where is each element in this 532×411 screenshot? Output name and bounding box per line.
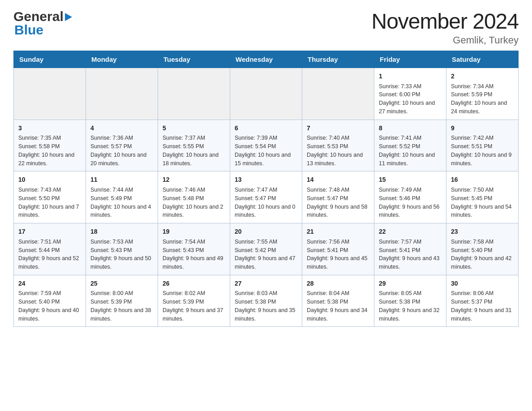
calendar-cell: 17Sunrise: 7:51 AM Sunset: 5:44 PM Dayli… <box>14 223 86 275</box>
day-number: 16 <box>451 175 514 185</box>
header-sunday: Sunday <box>14 51 86 68</box>
calendar-cell: 13Sunrise: 7:47 AM Sunset: 5:47 PM Dayli… <box>230 171 302 223</box>
day-number: 26 <box>163 279 225 289</box>
day-info: Sunrise: 7:51 AM Sunset: 5:44 PM Dayligh… <box>18 238 81 271</box>
day-info: Sunrise: 7:49 AM Sunset: 5:46 PM Dayligh… <box>379 186 442 219</box>
calendar-cell: 12Sunrise: 7:46 AM Sunset: 5:48 PM Dayli… <box>158 171 230 223</box>
days-header-row: SundayMondayTuesdayWednesdayThursdayFrid… <box>14 51 519 68</box>
day-number: 1 <box>379 72 442 81</box>
day-number: 14 <box>307 175 369 185</box>
calendar-cell: 3Sunrise: 7:35 AM Sunset: 5:58 PM Daylig… <box>14 120 86 171</box>
calendar-cell: 5Sunrise: 7:37 AM Sunset: 5:55 PM Daylig… <box>158 120 230 171</box>
calendar-cell: 10Sunrise: 7:43 AM Sunset: 5:50 PM Dayli… <box>14 171 86 223</box>
day-info: Sunrise: 8:06 AM Sunset: 5:37 PM Dayligh… <box>451 289 514 323</box>
day-info: Sunrise: 7:44 AM Sunset: 5:49 PM Dayligh… <box>90 186 153 219</box>
day-info: Sunrise: 7:54 AM Sunset: 5:43 PM Dayligh… <box>163 238 225 271</box>
day-number: 4 <box>90 124 153 133</box>
day-info: Sunrise: 7:42 AM Sunset: 5:51 PM Dayligh… <box>451 134 514 167</box>
day-number: 30 <box>451 279 514 289</box>
day-info: Sunrise: 8:05 AM Sunset: 5:38 PM Dayligh… <box>379 289 442 323</box>
day-number: 5 <box>163 124 225 133</box>
calendar-table: SundayMondayTuesdayWednesdayThursdayFrid… <box>13 51 519 327</box>
day-number: 13 <box>235 175 297 185</box>
day-info: Sunrise: 7:48 AM Sunset: 5:47 PM Dayligh… <box>307 186 369 219</box>
header-thursday: Thursday <box>302 51 374 68</box>
week-row-1: 1Sunrise: 7:33 AM Sunset: 6:00 PM Daylig… <box>14 68 519 120</box>
day-number: 19 <box>163 227 225 237</box>
day-number: 18 <box>90 227 153 237</box>
day-info: Sunrise: 7:50 AM Sunset: 5:45 PM Dayligh… <box>451 186 514 219</box>
day-number: 3 <box>18 124 81 133</box>
day-info: Sunrise: 7:56 AM Sunset: 5:41 PM Dayligh… <box>307 238 369 271</box>
calendar-cell: 9Sunrise: 7:42 AM Sunset: 5:51 PM Daylig… <box>446 120 519 171</box>
page-header: General Blue November 2024 Gemlik, Turke… <box>13 9 519 46</box>
header-monday: Monday <box>86 51 158 68</box>
day-info: Sunrise: 7:33 AM Sunset: 6:00 PM Dayligh… <box>379 82 442 116</box>
day-number: 6 <box>235 124 297 133</box>
day-info: Sunrise: 7:35 AM Sunset: 5:58 PM Dayligh… <box>18 134 81 167</box>
calendar-cell: 8Sunrise: 7:41 AM Sunset: 5:52 PM Daylig… <box>374 120 446 171</box>
day-number: 28 <box>307 279 369 289</box>
day-number: 7 <box>307 124 369 133</box>
day-info: Sunrise: 7:43 AM Sunset: 5:50 PM Dayligh… <box>18 186 81 219</box>
day-info: Sunrise: 7:37 AM Sunset: 5:55 PM Dayligh… <box>163 134 225 167</box>
day-info: Sunrise: 7:36 AM Sunset: 5:57 PM Dayligh… <box>90 134 153 167</box>
calendar-cell: 30Sunrise: 8:06 AM Sunset: 5:37 PM Dayli… <box>446 275 519 327</box>
day-info: Sunrise: 7:34 AM Sunset: 5:59 PM Dayligh… <box>451 82 514 116</box>
logo: General Blue <box>13 9 72 38</box>
logo-blue-text: Blue <box>14 22 43 38</box>
day-number: 24 <box>18 279 81 289</box>
header-wednesday: Wednesday <box>230 51 302 68</box>
location-title: Gemlik, Turkey <box>371 34 519 46</box>
day-number: 29 <box>379 279 442 289</box>
calendar-cell: 27Sunrise: 8:03 AM Sunset: 5:38 PM Dayli… <box>230 275 302 327</box>
day-number: 15 <box>379 175 442 185</box>
calendar-cell: 6Sunrise: 7:39 AM Sunset: 5:54 PM Daylig… <box>230 120 302 171</box>
calendar-cell: 14Sunrise: 7:48 AM Sunset: 5:47 PM Dayli… <box>302 171 374 223</box>
day-info: Sunrise: 8:00 AM Sunset: 5:39 PM Dayligh… <box>90 289 153 323</box>
calendar-cell: 4Sunrise: 7:36 AM Sunset: 5:57 PM Daylig… <box>86 120 158 171</box>
calendar-cell: 26Sunrise: 8:02 AM Sunset: 5:39 PM Dayli… <box>158 275 230 327</box>
day-number: 20 <box>235 227 297 237</box>
day-info: Sunrise: 7:57 AM Sunset: 5:41 PM Dayligh… <box>379 238 442 271</box>
calendar-cell: 2Sunrise: 7:34 AM Sunset: 5:59 PM Daylig… <box>446 68 519 120</box>
month-title: November 2024 <box>371 9 519 34</box>
day-info: Sunrise: 7:41 AM Sunset: 5:52 PM Dayligh… <box>379 134 442 167</box>
logo-general-text: General <box>13 9 64 24</box>
week-row-3: 10Sunrise: 7:43 AM Sunset: 5:50 PM Dayli… <box>14 171 519 223</box>
calendar-cell: 18Sunrise: 7:53 AM Sunset: 5:43 PM Dayli… <box>86 223 158 275</box>
day-number: 27 <box>235 279 297 289</box>
day-number: 2 <box>451 72 514 81</box>
day-number: 10 <box>18 175 81 185</box>
day-info: Sunrise: 7:46 AM Sunset: 5:48 PM Dayligh… <box>163 186 225 219</box>
day-number: 22 <box>379 227 442 237</box>
calendar-cell: 29Sunrise: 8:05 AM Sunset: 5:38 PM Dayli… <box>374 275 446 327</box>
calendar-cell: 1Sunrise: 7:33 AM Sunset: 6:00 PM Daylig… <box>374 68 446 120</box>
calendar-cell: 16Sunrise: 7:50 AM Sunset: 5:45 PM Dayli… <box>446 171 519 223</box>
day-number: 23 <box>451 227 514 237</box>
day-info: Sunrise: 7:55 AM Sunset: 5:42 PM Dayligh… <box>235 238 297 271</box>
calendar-cell <box>302 68 374 120</box>
calendar-cell <box>158 68 230 120</box>
day-number: 21 <box>307 227 369 237</box>
calendar-cell: 15Sunrise: 7:49 AM Sunset: 5:46 PM Dayli… <box>374 171 446 223</box>
calendar-cell: 25Sunrise: 8:00 AM Sunset: 5:39 PM Dayli… <box>86 275 158 327</box>
header-saturday: Saturday <box>446 51 519 68</box>
calendar-cell <box>14 68 86 120</box>
week-row-5: 24Sunrise: 7:59 AM Sunset: 5:40 PM Dayli… <box>14 275 519 327</box>
day-info: Sunrise: 8:03 AM Sunset: 5:38 PM Dayligh… <box>235 289 297 323</box>
calendar-cell: 7Sunrise: 7:40 AM Sunset: 5:53 PM Daylig… <box>302 120 374 171</box>
calendar-cell: 20Sunrise: 7:55 AM Sunset: 5:42 PM Dayli… <box>230 223 302 275</box>
day-number: 9 <box>451 124 514 133</box>
day-number: 25 <box>90 279 153 289</box>
calendar-cell: 22Sunrise: 7:57 AM Sunset: 5:41 PM Dayli… <box>374 223 446 275</box>
title-section: November 2024 Gemlik, Turkey <box>371 9 519 46</box>
day-info: Sunrise: 7:47 AM Sunset: 5:47 PM Dayligh… <box>235 186 297 219</box>
calendar-cell: 19Sunrise: 7:54 AM Sunset: 5:43 PM Dayli… <box>158 223 230 275</box>
day-number: 8 <box>379 124 442 133</box>
calendar-cell: 28Sunrise: 8:04 AM Sunset: 5:38 PM Dayli… <box>302 275 374 327</box>
calendar-cell: 23Sunrise: 7:58 AM Sunset: 5:40 PM Dayli… <box>446 223 519 275</box>
calendar-cell <box>86 68 158 120</box>
week-row-4: 17Sunrise: 7:51 AM Sunset: 5:44 PM Dayli… <box>14 223 519 275</box>
calendar-cell <box>230 68 302 120</box>
